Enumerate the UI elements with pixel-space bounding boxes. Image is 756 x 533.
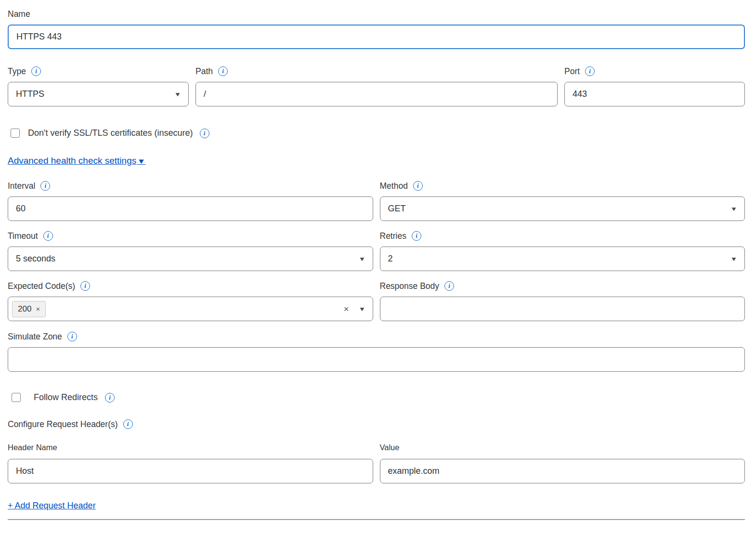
interval-input[interactable] [8, 196, 373, 221]
retries-select[interactable]: 2 ▼ [380, 247, 745, 271]
follow-redirects-checkbox[interactable] [12, 393, 21, 402]
simulate-zone-info-icon[interactable]: i [67, 332, 77, 341]
add-request-header-link[interactable]: + Add Request Header [8, 501, 96, 510]
advanced-caret-icon: ▼ [137, 157, 146, 165]
expected-codes-field-group: Expected Code(s) i 200 × × ▼ [8, 281, 373, 321]
expected-codes-label: Expected Code(s) i [8, 281, 373, 291]
expected-code-chip: 200 × [12, 301, 46, 317]
response-body-label: Response Body i [380, 281, 745, 291]
method-label: Method i [380, 181, 745, 191]
type-label: Type i [8, 66, 189, 77]
name-label: Name [8, 9, 745, 19]
port-label: Port i [564, 66, 745, 77]
clear-all-icon[interactable]: × [344, 304, 349, 314]
chevron-down-icon[interactable]: ▼ [358, 306, 365, 312]
follow-redirects-label: Follow Redirects [34, 392, 98, 403]
simulate-zone-input[interactable] [8, 347, 745, 372]
timeout-select[interactable]: 5 seconds ▼ [8, 247, 373, 271]
type-label-text: Type [8, 66, 26, 77]
name-input[interactable] [8, 25, 745, 49]
advanced-settings-row: Advanced health check settings▼ [8, 156, 745, 166]
chevron-down-icon: ▼ [730, 206, 738, 212]
path-input[interactable] [196, 82, 558, 106]
retries-label: Retries i [380, 231, 745, 241]
expected-codes-multiselect[interactable]: 200 × × ▼ [8, 297, 373, 321]
type-path-port-row: Type i HTTPS ▼ Path i Port i [8, 66, 745, 106]
timeout-label: Timeout i [8, 231, 373, 241]
retries-info-icon[interactable]: i [412, 231, 421, 241]
method-info-icon[interactable]: i [413, 181, 423, 191]
retries-select-value: 2 [388, 254, 731, 264]
bottom-divider [8, 519, 745, 520]
header-value-column-label: Value [380, 443, 745, 452]
request-headers-info-icon[interactable]: i [123, 419, 133, 429]
retries-label-text: Retries [380, 231, 406, 241]
header-value-field-group: Value [380, 443, 745, 483]
ssl-checkbox-label: Don't verify SSL/TLS certificates (insec… [28, 128, 193, 138]
method-label-text: Method [380, 181, 408, 191]
chevron-down-icon: ▼ [358, 256, 365, 262]
type-info-icon[interactable]: i [31, 66, 41, 76]
port-input[interactable] [564, 82, 745, 106]
ssl-info-icon[interactable]: i [200, 129, 209, 138]
retries-field-group: Retries i 2 ▼ [380, 231, 745, 271]
chevron-down-icon: ▼ [730, 256, 738, 262]
response-body-field-group: Response Body i [380, 281, 745, 321]
interval-info-icon[interactable]: i [40, 181, 50, 191]
header-name-column-label: Header Name [8, 443, 373, 452]
follow-redirects-info-icon[interactable]: i [105, 393, 115, 403]
request-headers-section-label: Configure Request Header(s) i [8, 419, 745, 429]
add-header-row: + Add Request Header [8, 501, 745, 511]
header-name-field-group: Header Name [8, 443, 373, 483]
follow-redirects-row: Follow Redirects i [8, 392, 745, 403]
name-field-group: Name [8, 9, 745, 49]
chip-remove-icon[interactable]: × [36, 305, 40, 313]
interval-field-group: Interval i [8, 181, 373, 221]
header-name-input[interactable] [8, 459, 373, 483]
port-label-text: Port [564, 66, 580, 77]
timeout-info-icon[interactable]: i [43, 231, 53, 241]
expected-codes-info-icon[interactable]: i [80, 281, 90, 291]
type-select-value: HTTPS [16, 89, 175, 99]
timeout-label-text: Timeout [8, 231, 38, 241]
port-field-group: Port i [564, 66, 745, 106]
path-label-text: Path [196, 66, 213, 77]
advanced-settings-link[interactable]: Advanced health check settings▼ [8, 156, 145, 166]
timeout-field-group: Timeout i 5 seconds ▼ [8, 231, 373, 271]
type-select[interactable]: HTTPS ▼ [8, 82, 189, 106]
header-value-input[interactable] [380, 459, 745, 483]
method-select[interactable]: GET ▼ [380, 196, 745, 221]
ssl-checkbox-row: Don't verify SSL/TLS certificates (insec… [8, 128, 745, 138]
chevron-down-icon: ▼ [174, 91, 182, 98]
interval-label: Interval i [8, 181, 373, 191]
dont-verify-ssl-checkbox[interactable] [11, 129, 20, 138]
simulate-zone-label-text: Simulate Zone [8, 331, 62, 342]
expected-code-chip-value: 200 [18, 304, 31, 314]
request-headers-label-text: Configure Request Header(s) [8, 419, 118, 429]
interval-method-row: Interval i Method i GET ▼ [8, 181, 745, 221]
response-body-input[interactable] [380, 297, 745, 321]
name-label-text: Name [8, 9, 30, 19]
response-body-label-text: Response Body [380, 281, 440, 291]
response-body-info-icon[interactable]: i [444, 281, 454, 291]
method-field-group: Method i GET ▼ [380, 181, 745, 221]
simulate-zone-label: Simulate Zone i [8, 331, 745, 342]
port-info-icon[interactable]: i [585, 66, 595, 76]
timeout-retries-row: Timeout i 5 seconds ▼ Retries i 2 ▼ [8, 231, 745, 271]
type-field-group: Type i HTTPS ▼ [8, 66, 189, 106]
expected-codes-label-text: Expected Code(s) [8, 281, 75, 291]
path-label: Path i [196, 66, 558, 77]
method-select-value: GET [388, 204, 731, 214]
codes-body-row: Expected Code(s) i 200 × × ▼ Response Bo… [8, 281, 745, 321]
timeout-select-value: 5 seconds [16, 254, 359, 264]
path-field-group: Path i [196, 66, 558, 106]
advanced-settings-link-text: Advanced health check settings [8, 156, 136, 166]
simulate-zone-field-group: Simulate Zone i [8, 331, 745, 372]
header-row: Header Name Value [8, 443, 745, 483]
path-info-icon[interactable]: i [218, 66, 228, 76]
interval-label-text: Interval [8, 181, 35, 191]
